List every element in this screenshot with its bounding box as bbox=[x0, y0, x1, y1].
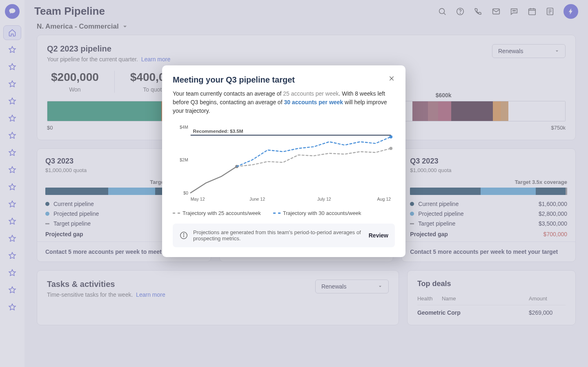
svg-text:$0: $0 bbox=[183, 190, 188, 195]
close-icon[interactable] bbox=[388, 75, 395, 83]
modal-body: Your team currently contacts an average … bbox=[173, 90, 395, 115]
svg-text:May 12: May 12 bbox=[191, 197, 205, 201]
chart-legend: Trajectory with 25 accounts/week Traject… bbox=[173, 210, 395, 216]
svg-point-28 bbox=[389, 147, 392, 150]
svg-text:Aug 12: Aug 12 bbox=[377, 197, 391, 201]
modal-footer: Projections are generated from this team… bbox=[173, 224, 395, 247]
svg-point-29 bbox=[389, 135, 392, 139]
svg-text:Recommended: $3.5M: Recommended: $3.5M bbox=[193, 128, 243, 134]
svg-point-32 bbox=[183, 234, 184, 234]
info-icon bbox=[179, 231, 188, 240]
svg-text:July 12: July 12 bbox=[317, 197, 331, 201]
svg-text:$2M: $2M bbox=[180, 157, 188, 162]
modal-chart: $0$2M$4MMay 12June 12July 12Aug 12Recomm… bbox=[173, 123, 395, 206]
svg-text:June 12: June 12 bbox=[249, 197, 265, 201]
modal-title: Meeting your Q3 pipeline target bbox=[173, 75, 295, 85]
modal: Meeting your Q3 pipeline target Your tea… bbox=[162, 65, 405, 257]
svg-text:$4M: $4M bbox=[180, 125, 188, 130]
review-button[interactable]: Review bbox=[369, 232, 388, 239]
